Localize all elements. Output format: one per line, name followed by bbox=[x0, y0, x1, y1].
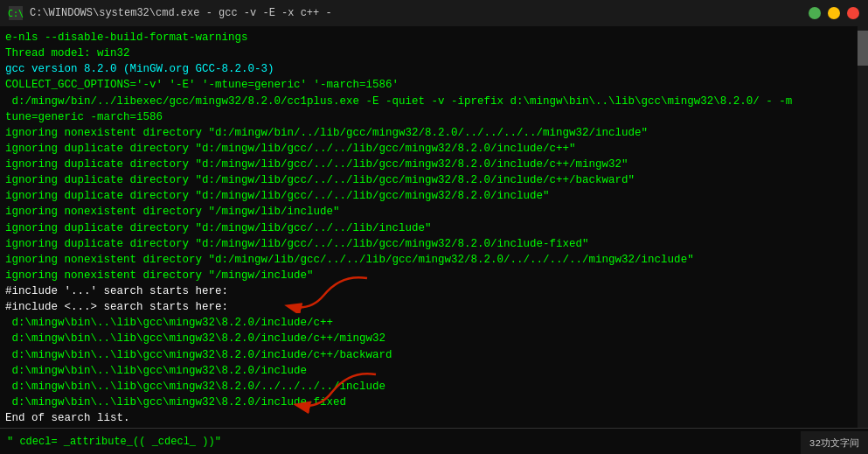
terminal-line: e-nls --disable-build-format-warnings bbox=[5, 30, 852, 45]
terminal-line: Thread model: win32 bbox=[5, 45, 852, 61]
terminal-line: ignoring nonexistent directory "d:/mingw… bbox=[5, 125, 852, 141]
titlebar: C:\ C:\WINDOWS\system32\cmd.exe - gcc -v… bbox=[0, 0, 868, 26]
terminal-line: ignoring nonexistent directory "/mingw/i… bbox=[5, 268, 852, 283]
window-controls bbox=[809, 7, 859, 19]
terminal-line: End of search list. bbox=[5, 410, 852, 426]
terminal-line: ignoring duplicate directory "d:/mingw/l… bbox=[5, 141, 852, 157]
terminal-content: e-nls --disable-build-format-warnings Th… bbox=[5, 30, 852, 426]
bottom-line: " cdecl= _attribute_(( _cdecl_ ))" bbox=[7, 436, 221, 448]
terminal-line: ignoring duplicate directory "d:/mingw/l… bbox=[5, 172, 852, 188]
terminal-line: tune=generic -march=i586 bbox=[5, 109, 852, 125]
terminal-line: ignoring nonexistent directory "/mingw/l… bbox=[5, 204, 852, 220]
terminal-window: C:\ C:\WINDOWS\system32\cmd.exe - gcc -v… bbox=[0, 0, 868, 454]
terminal-line: d:\mingw\bin\..\lib\gcc\mingw32\8.2.0/in… bbox=[5, 395, 852, 410]
terminal-line: ignoring duplicate directory "d:/mingw/l… bbox=[5, 220, 852, 236]
terminal-line: gcc version 8.2.0 (MinGW.org GCC-8.2.0-3… bbox=[5, 61, 852, 77]
terminal-line: d:\mingw\bin\..\lib\gcc\mingw32\8.2.0/in… bbox=[5, 331, 852, 346]
close-button[interactable] bbox=[847, 7, 859, 19]
terminal-line: COLLECT_GCC_OPTIONS='-v' '-E' '-mtune=ge… bbox=[5, 77, 852, 93]
terminal-line: ignoring duplicate directory "d:/mingw/l… bbox=[5, 157, 852, 172]
terminal-line: d:/mingw/bin/../libexec/gcc/mingw32/8.2.… bbox=[5, 94, 852, 109]
taskbar-time: 32功文字间 bbox=[809, 438, 859, 449]
terminal-body[interactable]: e-nls --disable-build-format-warnings Th… bbox=[0, 26, 868, 428]
maximize-button[interactable] bbox=[828, 7, 840, 19]
terminal-line: d:\mingw\bin\..\lib\gcc\mingw32\8.2.0/in… bbox=[5, 363, 852, 379]
terminal-line: d:\mingw\bin\..\lib\gcc\mingw32\8.2.0/in… bbox=[5, 347, 852, 363]
terminal-line: ignoring duplicate directory "d:/mingw/l… bbox=[5, 236, 852, 252]
terminal-line: d:\mingw\bin\..\lib\gcc\mingw32\8.2.0/..… bbox=[5, 379, 852, 395]
minimize-button[interactable] bbox=[809, 7, 821, 19]
titlebar-left: C:\ C:\WINDOWS\system32\cmd.exe - gcc -v… bbox=[9, 6, 332, 20]
bottom-bar: " cdecl= _attribute_(( _cdecl_ ))" bbox=[0, 428, 868, 454]
terminal-line: #include <...> search starts here: bbox=[5, 299, 852, 315]
terminal-line: ignoring nonexistent directory "d:/mingw… bbox=[5, 252, 852, 268]
taskbar-time-area: 32功文字间 bbox=[801, 431, 868, 454]
titlebar-title: C:\WINDOWS\system32\cmd.exe - gcc -v -E … bbox=[30, 7, 332, 19]
cmd-icon: C:\ bbox=[9, 6, 23, 20]
vertical-scrollbar[interactable] bbox=[858, 26, 868, 428]
terminal-line: ignoring duplicate directory "d:/mingw/l… bbox=[5, 188, 852, 204]
terminal-line: #include '...' search starts here: bbox=[5, 283, 852, 299]
terminal-line: d:\mingw\bin\..\lib\gcc\mingw32\8.2.0/in… bbox=[5, 315, 852, 331]
scrollbar-thumb[interactable] bbox=[858, 31, 868, 66]
